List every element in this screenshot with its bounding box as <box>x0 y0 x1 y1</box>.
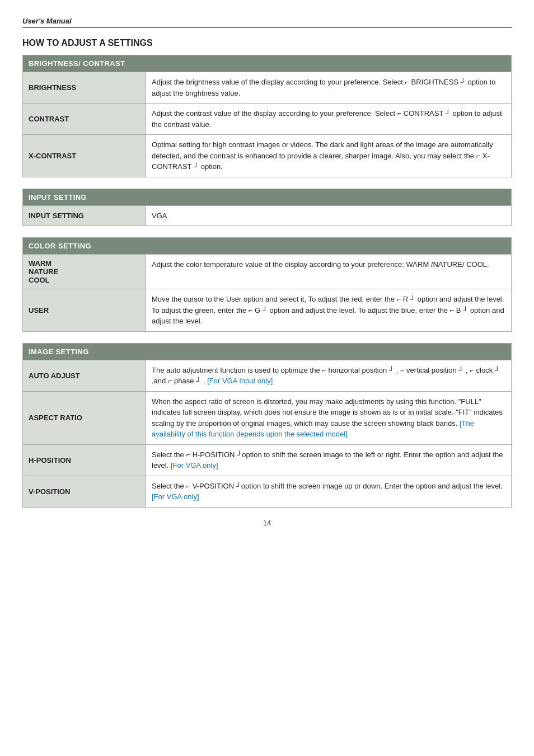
link-text: [For VGA only] <box>171 461 218 469</box>
row-label-0-0: BRIGHTNESS <box>23 72 146 104</box>
settings-table-1: INPUT SETTINGINPUT SETTINGVGA <box>22 189 512 227</box>
row-desc-3-2: Select the ⌐ H-POSITION ┘option to shift… <box>146 444 512 476</box>
page-number: 14 <box>22 519 512 527</box>
link-text: [For VGA Input only] <box>207 377 273 385</box>
tables-container: BRIGHTNESS/ CONTRASTBRIGHTNESSAdjust the… <box>22 55 512 508</box>
table-row: AUTO ADJUSTThe auto adjustment function … <box>23 360 512 391</box>
table-row: ASPECT RATIOWhen the aspect ratio of scr… <box>23 391 512 444</box>
row-desc-0-2: Optimal setting for high contrast images… <box>146 135 512 177</box>
row-desc-0-0: Adjust the brightness value of the displ… <box>146 72 512 104</box>
header-title: User's Manual <box>22 17 512 25</box>
section-title: HOW TO ADJUST A SETTINGS <box>22 38 512 48</box>
table-row: WARMNATURECOOLAdjust the color temperatu… <box>23 255 512 289</box>
group-header-1: INPUT SETTING <box>23 189 512 205</box>
row-desc-2-1: Move the cursor to the User option and s… <box>146 289 512 332</box>
row-label-3-3: V-POSITION <box>23 476 146 507</box>
group-header-3: IMAGE SETTING <box>23 343 512 360</box>
settings-table-3: IMAGE SETTINGAUTO ADJUSTThe auto adjustm… <box>22 343 512 508</box>
row-desc-3-3: Select the ⌐ V-POSITION ┘option to shift… <box>146 476 512 507</box>
table-row: X-CONTRASTOptimal setting for high contr… <box>23 135 512 177</box>
link-text: [For VGA only] <box>152 492 199 501</box>
page-header: User's Manual <box>22 17 512 28</box>
row-label-0-2: X-CONTRAST <box>23 135 146 177</box>
row-label-2-0: WARMNATURECOOL <box>23 255 146 289</box>
row-label-0-1: CONTRAST <box>23 104 146 135</box>
table-row: USERMove the cursor to the User option a… <box>23 289 512 332</box>
row-label-3-0: AUTO ADJUST <box>23 360 146 391</box>
table-row: BRIGHTNESSAdjust the brightness value of… <box>23 72 512 104</box>
settings-table-0: BRIGHTNESS/ CONTRASTBRIGHTNESSAdjust the… <box>22 55 512 177</box>
group-header-2: COLOR SETTING <box>23 238 512 255</box>
row-desc-2-0: Adjust the color temperature value of th… <box>146 255 512 289</box>
row-label-2-1: USER <box>23 289 146 332</box>
table-row: H-POSITIONSelect the ⌐ H-POSITION ┘optio… <box>23 444 512 476</box>
row-desc-0-1: Adjust the contrast value of the display… <box>146 104 512 135</box>
row-label-1-0: INPUT SETTING <box>23 205 146 226</box>
row-label-3-1: ASPECT RATIO <box>23 391 146 444</box>
group-header-0: BRIGHTNESS/ CONTRAST <box>23 55 512 72</box>
row-desc-3-1: When the aspect ratio of screen is disto… <box>146 391 512 444</box>
settings-table-2: COLOR SETTINGWARMNATURECOOLAdjust the co… <box>22 237 512 332</box>
row-label-3-2: H-POSITION <box>23 444 146 476</box>
row-desc-1-0: VGA <box>146 205 512 226</box>
table-row: INPUT SETTINGVGA <box>23 205 512 226</box>
table-row: CONTRASTAdjust the contrast value of the… <box>23 104 512 135</box>
table-row: V-POSITIONSelect the ⌐ V-POSITION ┘optio… <box>23 476 512 507</box>
row-desc-3-0: The auto adjustment function is used to … <box>146 360 512 391</box>
